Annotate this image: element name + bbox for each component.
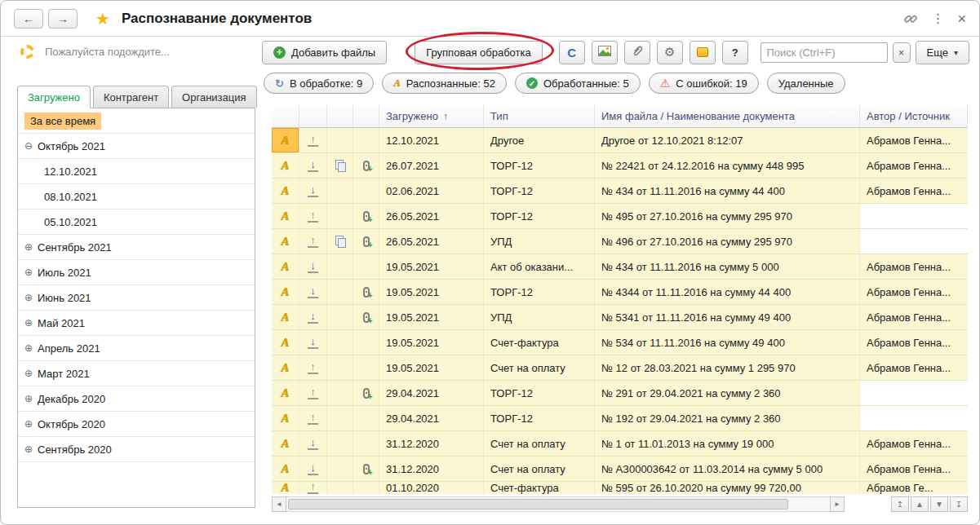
sidebar-tab-2[interactable]: Контрагент (93, 86, 169, 108)
favorite-star-icon[interactable]: ★ (95, 9, 110, 29)
expander-plus-icon[interactable]: ⊕ (24, 317, 38, 329)
filter-recognized[interactable]: АРаспознанные: 52 (382, 73, 507, 94)
recognize-icon: А (281, 235, 289, 249)
cell-date: 29.04.2021 (379, 406, 484, 430)
recognized-cell: А (272, 406, 299, 430)
table-row[interactable]: А↓19.05.2021УПД№ 5341 от 11.11.2016 на с… (272, 305, 968, 330)
expander-plus-icon[interactable]: ⊕ (24, 393, 38, 404)
expander-plus-icon[interactable]: ⊕ (24, 241, 38, 253)
tree-item[interactable]: ⊕Октябрь 2020 (18, 412, 255, 437)
expander-plus-icon[interactable]: ⊕ (24, 368, 38, 379)
add-files-button[interactable]: + Добавить файлы (262, 41, 387, 64)
arrow-up-icon: ↑ (308, 236, 318, 248)
tree-item[interactable]: ⊕Июль 2021 (18, 260, 255, 285)
table-row[interactable]: А↑26.05.2021УПД№ 496 от 27.10.2016 на су… (272, 229, 968, 254)
attachment-button[interactable] (624, 41, 650, 64)
search-clear-button[interactable]: × (893, 42, 911, 63)
chevron-down-icon: ▾ (954, 48, 958, 57)
cell-name: № 12 от 28.03.2021 на сумму 1 295 970 (595, 355, 860, 380)
nav-down-button[interactable]: ▼ (930, 496, 948, 512)
group-processing-button[interactable]: Групповая обработка (415, 41, 543, 64)
filter-processing[interactable]: ↻В обработке: 9 (264, 73, 374, 94)
header-recognized-column[interactable] (272, 105, 299, 127)
tree-item[interactable]: ⊕Апрель 2021 (18, 336, 255, 361)
sidebar-tab-1[interactable]: Загружено (17, 86, 91, 108)
attachment-cell (353, 355, 379, 380)
tree-item[interactable]: ⊕Март 2021 (18, 361, 255, 386)
filter-label: С ошибкой: 19 (676, 77, 747, 90)
table-row[interactable]: А↑01.10.2020Счет-фактура№ 595 от 26.10.2… (272, 482, 968, 494)
tree-item[interactable]: За все время (18, 108, 255, 134)
table-row[interactable]: А↓31.12.2020Счет на оплату№ 1 от 11.01.2… (272, 431, 968, 457)
cell-name: № 496 от 27.10.2016 на сумму 295 970 (595, 229, 860, 254)
arrow-up-icon: ↑ (308, 412, 318, 425)
search-input[interactable] (760, 42, 888, 63)
header-copy-column[interactable] (327, 105, 353, 127)
back-button[interactable]: ← (14, 9, 43, 29)
header-name-column[interactable]: Имя файла / Наименование документа (595, 105, 860, 127)
expander-plus-icon[interactable]: ⊕ (24, 292, 38, 303)
forward-button[interactable]: → (48, 9, 78, 29)
header-transfer-column[interactable] (299, 105, 327, 127)
filter-label: Распознанные: 52 (406, 77, 495, 90)
table-row[interactable]: А↑19.05.2021Счет на оплату№ 12 от 28.03.… (272, 355, 968, 381)
close-button[interactable]: × (957, 11, 966, 26)
nav-up-button[interactable]: ▲ (911, 496, 929, 512)
tree-item[interactable]: ⊖Октябрь 2021 (18, 134, 255, 159)
help-button[interactable]: ? (722, 41, 748, 64)
tree-item[interactable]: 08.10.2021 (18, 184, 255, 210)
copy-cell (327, 482, 353, 494)
copy-cell (327, 381, 353, 405)
copy-cell (327, 305, 353, 329)
tree-item[interactable]: ⊕Май 2021 (18, 311, 255, 336)
expander-plus-icon[interactable]: ⊕ (24, 443, 38, 455)
more-menu-button[interactable]: ⋮ (931, 12, 944, 25)
tree-item[interactable]: ⊕Декабрь 2020 (18, 386, 255, 412)
attachment-cell (353, 482, 379, 494)
notes-button[interactable] (690, 41, 716, 64)
header-author-column[interactable]: Автор / Источник (860, 105, 968, 127)
table-row[interactable]: А↑12.10.2021ДругоеДругое от 12.10.2021 8… (272, 128, 968, 153)
cell-date: 12.10.2021 (379, 128, 484, 152)
scrollbar-track[interactable] (286, 496, 830, 512)
scroll-left-button[interactable]: ◄ (272, 496, 286, 512)
scrollbar-thumb[interactable] (288, 499, 788, 510)
expander-plus-icon[interactable]: ⊕ (24, 267, 38, 278)
expander-minus-icon[interactable]: ⊖ (24, 140, 38, 152)
header-attachment-column[interactable] (353, 105, 379, 127)
nav-top-button[interactable]: ↥ (891, 496, 909, 512)
table-row[interactable]: А↓19.05.2021Акт об оказани...№ 434 от 11… (272, 254, 968, 280)
link-icon[interactable] (903, 11, 918, 26)
tree-item[interactable]: ⊕Июнь 2021 (18, 285, 255, 311)
tree-item[interactable]: 05.10.2021 (18, 210, 255, 235)
refresh-button[interactable]: C (559, 41, 585, 64)
table-row[interactable]: А↑29.04.2021ТОРГ-12№ 192 от 29.04.2021 н… (272, 406, 968, 431)
tree-item-label: Октябрь 2020 (38, 418, 105, 430)
tree-item[interactable]: 12.10.2021 (18, 159, 255, 184)
tree-item-label: За все время (24, 112, 101, 130)
tree-item[interactable]: ⊕Сентябрь 2020 (18, 437, 255, 462)
table-row[interactable]: А↑29.04.2021ТОРГ-12№ 291 от 29.04.2021 н… (272, 381, 968, 406)
header-date-column[interactable]: Загружено ↑ (379, 105, 484, 127)
table-row[interactable]: А↓26.07.2021ТОРГ-12№ 22421 от 24.12.2016… (272, 153, 968, 179)
table-row[interactable]: А↓19.05.2021ТОРГ-12№ 4344 от 11.11.2016 … (272, 280, 968, 305)
table-nav-buttons: ↥▲▼↧ (891, 496, 968, 512)
filter-deleted[interactable]: Удаленные (767, 73, 845, 94)
filter-errors[interactable]: ⚠С ошибкой: 19 (649, 73, 759, 94)
sidebar-tab-3[interactable]: Организация (171, 86, 256, 108)
table-row[interactable]: А↑26.05.2021ТОРГ-12№ 495 от 27.10.2016 н… (272, 204, 968, 229)
nav-bottom-button[interactable]: ↧ (950, 496, 968, 512)
table-row[interactable]: А↓19.05.2021Счет-фактура№ 534 от 11.11.2… (272, 330, 968, 355)
cell-name: № 5341 от 11.11.2016 на сумму 49 400 (595, 305, 860, 329)
settings-button[interactable]: ⚙ (657, 41, 683, 64)
header-type-column[interactable]: Тип (484, 105, 595, 127)
more-button[interactable]: Еще ▾ (916, 41, 969, 64)
image-view-button[interactable] (592, 41, 618, 64)
table-row[interactable]: А↓31.12.2020Счет на оплату№ АЗ00003642 о… (272, 457, 968, 482)
scroll-right-button[interactable]: ► (830, 496, 845, 512)
tree-item[interactable]: ⊕Сентябрь 2021 (18, 235, 255, 260)
expander-plus-icon[interactable]: ⊕ (24, 418, 38, 430)
table-row[interactable]: А↓02.06.2021ТОРГ-12№ 434 от 11.11.2016 н… (272, 179, 968, 204)
filter-processed[interactable]: ✓Обработанные: 5 (515, 73, 641, 94)
expander-plus-icon[interactable]: ⊕ (24, 342, 38, 354)
